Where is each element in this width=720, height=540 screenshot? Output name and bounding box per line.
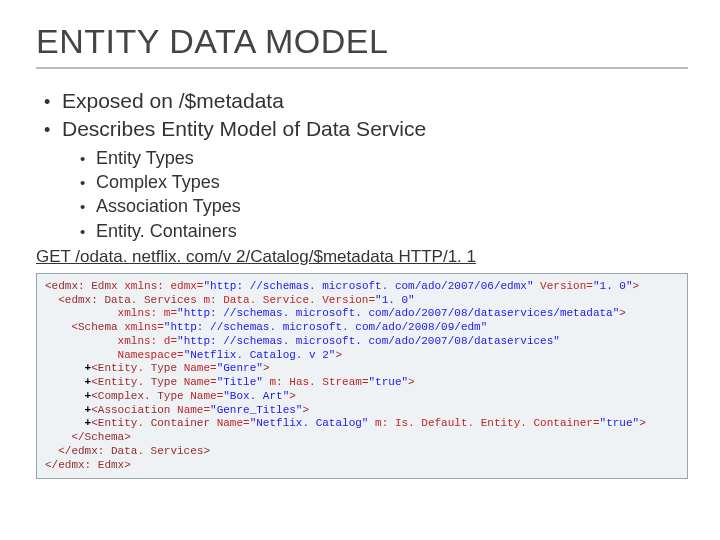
xml-attr: xmlns: d= (45, 335, 177, 347)
xml-attr: Namespace= (45, 349, 184, 361)
xml-val: "Title" (217, 376, 263, 388)
slide: ENTITY DATA MODEL • Exposed on /$metadat… (0, 0, 720, 499)
bullet-dot-icon: • (44, 118, 62, 142)
sub-bullet-text: Complex Types (96, 170, 220, 194)
collapse-plus-icon: + (45, 390, 91, 402)
xml-attr: m: Is. Default. Entity. Container= (368, 417, 599, 429)
xml-tag: > (639, 417, 646, 429)
xml-val: "http: //schemas. microsoft. com/ado/200… (177, 335, 560, 347)
sub-bullet-text: Entity. Containers (96, 219, 237, 243)
xml-attr: Name= (170, 404, 210, 416)
sub-bullet-item: • Association Types (80, 194, 688, 218)
xml-tag: <Entity. Container (91, 417, 210, 429)
collapse-plus-icon: + (45, 404, 91, 416)
bullet-list: • Exposed on /$metadata • Describes Enti… (44, 87, 688, 144)
http-request-line: GET /odata. netflix. com/v 2/Catalog/$me… (36, 247, 688, 267)
sub-bullet-list: • Entity Types • Complex Types • Associa… (80, 146, 688, 243)
xml-code-block: <edmx: Edmx xmlns: edmx="http: //schemas… (36, 273, 688, 480)
bullet-text: Exposed on /$metadata (62, 87, 284, 115)
xml-tag: </edmx: Data. Services> (45, 445, 210, 457)
xml-val: "Genre" (217, 362, 263, 374)
sub-bullet-item: • Entity. Containers (80, 219, 688, 243)
xml-val: "http: //schemas. microsoft. com/ado/200… (177, 307, 619, 319)
xml-attr: xmlns: edmx= (118, 280, 204, 292)
xml-attr: Version= (534, 280, 593, 292)
xml-tag: <Schema (45, 321, 118, 333)
xml-tag: <edmx: Data. Services (45, 294, 197, 306)
xml-attr: Name= (184, 390, 224, 402)
xml-tag: > (633, 280, 640, 292)
xml-tag: <Association (91, 404, 170, 416)
xml-val: "Genre_Titles" (210, 404, 302, 416)
bullet-dot-icon: • (80, 197, 96, 217)
xml-attr: Name= (210, 417, 250, 429)
xml-attr: Name= (177, 362, 217, 374)
xml-val: "true" (600, 417, 640, 429)
xml-tag: > (263, 362, 270, 374)
xml-attr: m: Data. Service. Version= (197, 294, 375, 306)
xml-attr: m: Has. Stream= (263, 376, 369, 388)
xml-val: "Netflix. Catalog" (250, 417, 369, 429)
bullet-item: • Describes Entity Model of Data Service (44, 115, 688, 143)
collapse-plus-icon: + (45, 362, 91, 374)
sub-bullet-text: Association Types (96, 194, 241, 218)
xml-attr: Name= (177, 376, 217, 388)
xml-val: "Box. Art" (223, 390, 289, 402)
sub-bullet-item: • Entity Types (80, 146, 688, 170)
xml-tag: <Entity. Type (91, 376, 177, 388)
xml-tag: <Complex. Type (91, 390, 183, 402)
page-title: ENTITY DATA MODEL (36, 22, 688, 69)
xml-val: "true" (369, 376, 409, 388)
xml-val: "http: //schemas. microsoft. com/ado/200… (203, 280, 533, 292)
bullet-dot-icon: • (44, 90, 62, 114)
xml-tag: > (408, 376, 415, 388)
xml-val: "1. 0" (375, 294, 415, 306)
sub-bullet-text: Entity Types (96, 146, 194, 170)
xml-tag: <edmx: Edmx (45, 280, 118, 292)
collapse-plus-icon: + (45, 376, 91, 388)
bullet-text: Describes Entity Model of Data Service (62, 115, 426, 143)
xml-val: "Netflix. Catalog. v 2" (184, 349, 336, 361)
xml-val: "http: //schemas. microsoft. com/ado/200… (164, 321, 487, 333)
bullet-item: • Exposed on /$metadata (44, 87, 688, 115)
xml-val: "1. 0" (593, 280, 633, 292)
collapse-plus-icon: + (45, 417, 91, 429)
xml-tag: > (302, 404, 309, 416)
xml-tag: > (335, 349, 342, 361)
xml-tag: > (289, 390, 296, 402)
xml-tag: <Entity. Type (91, 362, 177, 374)
bullet-dot-icon: • (80, 173, 96, 193)
bullet-dot-icon: • (80, 149, 96, 169)
bullet-dot-icon: • (80, 222, 96, 242)
xml-attr: xmlns: m= (45, 307, 177, 319)
xml-attr: xmlns= (118, 321, 164, 333)
xml-tag: </edmx: Edmx> (45, 459, 131, 471)
xml-tag: > (619, 307, 626, 319)
sub-bullet-item: • Complex Types (80, 170, 688, 194)
xml-tag: </Schema> (45, 431, 131, 443)
